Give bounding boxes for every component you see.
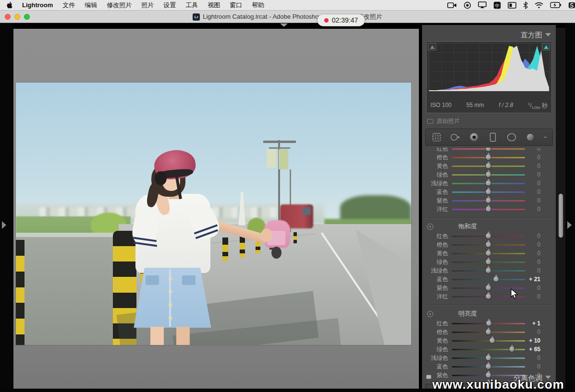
target-adjustment-icon[interactable]	[427, 224, 433, 230]
luminance-slider-5[interactable]	[452, 366, 525, 368]
hue-slider-2[interactable]	[452, 166, 525, 167]
panel-separator	[422, 305, 556, 306]
menu-item-photo[interactable]: 照片	[136, 1, 159, 10]
hue-slider-3[interactable]	[452, 174, 525, 176]
menu-item-view[interactable]: 视图	[203, 1, 225, 10]
hsl-row-label: 红色	[422, 320, 452, 328]
slider-thumb[interactable]	[489, 337, 495, 344]
target-adjustment-icon[interactable]	[427, 311, 433, 317]
panel-switch-icon[interactable]	[426, 375, 431, 379]
original-photo-toggle[interactable]: 原始照片	[427, 117, 460, 125]
adjustment-brush-icon[interactable]	[525, 132, 536, 143]
slider-thumb[interactable]	[509, 346, 515, 352]
slider-thumb[interactable]	[485, 293, 491, 299]
luminance-slider-1[interactable]	[452, 332, 525, 333]
saturation-slider-4[interactable]	[452, 270, 525, 272]
window-icon[interactable]	[508, 2, 516, 9]
luminance-slider-0[interactable]	[452, 323, 525, 324]
panel-scrollbar-thumb[interactable]	[558, 193, 563, 238]
slider-thumb[interactable]	[485, 259, 491, 265]
slider-thumb[interactable]	[485, 154, 491, 160]
luminance-slider-3[interactable]	[452, 349, 525, 350]
mouse-cursor	[511, 288, 519, 300]
luminance-slider-2[interactable]	[452, 340, 525, 342]
hsl-row-label: 黄色	[422, 249, 452, 258]
display-mirror-icon[interactable]	[478, 1, 487, 9]
slider-thumb[interactable]	[485, 171, 491, 178]
saturation-slider-5[interactable]	[452, 279, 525, 280]
hsl-row-label: 浅绿色	[422, 267, 452, 275]
slider-thumb[interactable]	[485, 189, 491, 195]
menu-item-help[interactable]: 帮助	[247, 1, 269, 10]
menu-item-window[interactable]: 窗口	[225, 1, 247, 10]
hue-slider-4[interactable]	[452, 183, 525, 184]
slider-thumb[interactable]	[485, 267, 491, 273]
slider-thumb[interactable]	[485, 241, 491, 248]
right-panel-collapse-arrow-icon[interactable]	[567, 221, 572, 229]
record-target-icon[interactable]	[464, 1, 471, 9]
histogram-plot[interactable]	[429, 44, 549, 91]
top-panel-collapse-arrow-icon[interactable]	[280, 24, 288, 27]
menu-item-edit[interactable]: 编辑	[80, 1, 102, 10]
spot-removal-icon[interactable]	[450, 132, 461, 143]
graduated-filter-icon[interactable]	[488, 132, 498, 143]
slider-thumb[interactable]	[485, 197, 491, 203]
shadow-clipping-button[interactable]	[428, 43, 436, 50]
red-eye-icon[interactable]	[469, 132, 479, 143]
screen-record-icon[interactable]	[447, 2, 457, 9]
girl-helmet-ear	[155, 171, 167, 186]
slider-thumb[interactable]	[485, 329, 491, 335]
slider-thumb[interactable]	[485, 233, 491, 239]
saturation-slider-3[interactable]	[452, 261, 525, 263]
hsl-row-saturation-2: 黄色0	[422, 249, 556, 258]
radial-filter-icon[interactable]	[506, 132, 517, 143]
crop-overlay-icon[interactable]	[431, 132, 442, 143]
develop-canvas	[13, 29, 419, 389]
wifi-icon[interactable]	[535, 2, 543, 9]
saturation-slider-0[interactable]	[452, 236, 525, 237]
slider-thumb[interactable]	[485, 180, 491, 186]
slider-thumb[interactable]	[485, 250, 491, 256]
slider-thumb[interactable]	[485, 206, 491, 212]
hsl-row-saturation-3: 绿色0	[422, 258, 556, 266]
app-badge-icon[interactable]	[568, 1, 575, 10]
photo[interactable]	[16, 83, 411, 345]
luminance-slider-4[interactable]	[452, 357, 525, 359]
hue-slider-6[interactable]	[452, 200, 525, 202]
slider-thumb[interactable]	[485, 363, 491, 369]
slider-thumb[interactable]	[486, 320, 492, 326]
apple-icon[interactable]	[7, 1, 13, 9]
highlight-clipping-button[interactable]	[542, 43, 550, 50]
hsl-row-hue-7: 洋红0	[422, 205, 556, 214]
menu-item-file[interactable]: 文件	[58, 1, 80, 10]
saturation-slider-2[interactable]	[452, 253, 525, 254]
slider-thumb[interactable]	[485, 355, 491, 361]
hue-slider-1[interactable]	[452, 157, 525, 158]
histogram-collapse-caret-icon[interactable]	[545, 33, 551, 36]
input-source-icon[interactable]: 中	[493, 1, 501, 9]
tool-strip	[425, 129, 553, 146]
girl-skirt-button	[169, 316, 172, 320]
slider-thumb[interactable]	[485, 163, 491, 169]
hsl-row-label: 绿色	[422, 258, 452, 266]
menu-app-name[interactable]: Lightroom	[17, 1, 58, 9]
left-panel-expand-arrow-icon[interactable]	[2, 221, 6, 229]
photo-lamp-sign2	[279, 149, 288, 169]
saturation-slider-1[interactable]	[452, 244, 525, 246]
hue-slider-0[interactable]	[452, 148, 525, 150]
menu-item-tools[interactable]: 工具	[181, 1, 203, 10]
original-photo-checkbox[interactable]	[427, 119, 433, 124]
hsl-row-value: 0	[525, 163, 546, 169]
hue-slider-7[interactable]	[452, 209, 525, 210]
slider-thumb[interactable]	[485, 285, 491, 291]
menu-item-settings[interactable]: 设置	[159, 1, 181, 10]
battery-charging-icon[interactable]	[550, 2, 562, 8]
hsl-panel-scroll-area[interactable]: 红色0橙色0黄色0绿色0浅绿色0蓝色0紫色0洋红0 饱和度 红色0橙色0黄色0绿…	[422, 148, 556, 389]
bluetooth-icon[interactable]	[523, 1, 528, 9]
brush-amount-slider[interactable]	[544, 137, 547, 138]
hue-slider-5[interactable]	[452, 191, 525, 193]
develop-right-panel: 直方图 ISO 100 55 mm f / 2.8 1/1250 秒 原始照片	[422, 25, 556, 389]
slider-thumb[interactable]	[485, 148, 491, 152]
slider-thumb[interactable]	[493, 276, 499, 282]
menu-item-develop[interactable]: 修改照片	[102, 1, 136, 10]
